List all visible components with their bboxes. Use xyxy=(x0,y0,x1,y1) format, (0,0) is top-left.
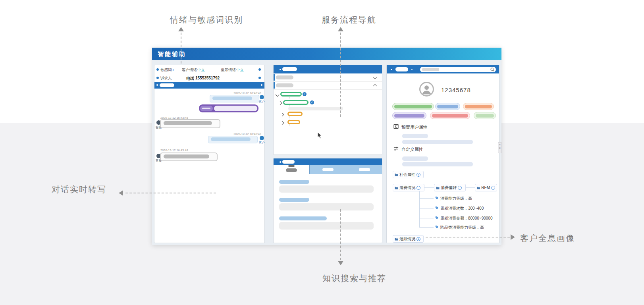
bullet-dot-icon xyxy=(391,69,392,70)
highlight-text-skeleton xyxy=(214,106,257,111)
customer-message-bubble[interactable] xyxy=(208,136,258,143)
chevron-down-icon[interactable] xyxy=(373,75,377,79)
flow-group-row[interactable] xyxy=(274,81,382,90)
collapse-minus-icon[interactable]: − xyxy=(458,186,462,190)
folder-icon xyxy=(436,186,440,189)
chevron-right-icon[interactable] xyxy=(280,113,284,117)
flow-group-row[interactable] xyxy=(274,73,382,82)
tag-label-icon xyxy=(435,216,439,220)
user-tag[interactable] xyxy=(463,103,494,110)
expand-plus-icon[interactable]: + xyxy=(416,237,420,241)
flow-node-done[interactable] xyxy=(283,100,309,105)
result-body-skeleton xyxy=(279,222,374,230)
timeline-dot-icon xyxy=(258,77,261,79)
highlight-tag xyxy=(200,106,213,111)
activity-node[interactable]: 活跃情况 + xyxy=(393,235,424,243)
activity-label: 活跃情况 xyxy=(399,236,415,242)
collapse-minus-icon[interactable]: − xyxy=(491,186,495,190)
chevron-up-icon[interactable] xyxy=(373,84,377,88)
flow-highlight-skeleton xyxy=(288,107,343,110)
tag-skeleton xyxy=(476,114,494,118)
result-body-skeleton xyxy=(279,203,374,210)
knowledge-tab[interactable] xyxy=(309,165,346,174)
rfm-label: RFM xyxy=(481,185,490,190)
search-icon[interactable] xyxy=(490,68,494,71)
user-tag[interactable] xyxy=(392,103,434,110)
page: 情绪与敏感词识别 服务流程导航 对话实时转写 知识搜索与推荐 客户全息画像 智能… xyxy=(0,0,644,305)
grip-icon xyxy=(499,147,501,150)
timeline-dot-icon xyxy=(156,84,158,86)
expand-plus-icon[interactable]: + xyxy=(416,173,420,177)
preference-label: 消费偏好 xyxy=(441,185,457,191)
transcript-panel: 敏感词 0 客户情绪 中立 坐席情绪 中立 诉求人 电话 15553551792 xyxy=(154,65,265,243)
user-tag[interactable] xyxy=(474,112,496,119)
result-title-skeleton[interactable] xyxy=(279,180,309,184)
user-tag[interactable] xyxy=(435,103,460,110)
leaf-consume-amount: 累积消费金额：80000~90000 xyxy=(440,216,492,221)
sliders-icon xyxy=(393,146,399,151)
timeline-dot-icon xyxy=(156,68,159,71)
chevron-down-icon[interactable] xyxy=(276,93,280,97)
rfm-node[interactable]: RFM − xyxy=(475,184,497,191)
user-id: 12345678 xyxy=(441,87,471,93)
timeline-dot-icon xyxy=(156,77,159,79)
consumption-node[interactable]: 消费情况 − xyxy=(393,184,424,191)
message-time: 2020-12-12 16:40:42 xyxy=(233,91,261,95)
flow-panel-header xyxy=(274,65,382,73)
chevron-right-icon[interactable] xyxy=(280,121,284,125)
tab-label-skeleton xyxy=(322,168,334,171)
agent-emotion-value: 中立 xyxy=(236,68,244,73)
timeline-dot-icon xyxy=(261,84,262,86)
chevron-right-icon[interactable] xyxy=(278,101,282,105)
grip-icon xyxy=(499,143,501,146)
result-title-skeleton[interactable] xyxy=(279,198,309,202)
knowledge-tab[interactable] xyxy=(346,165,382,174)
agent-emotion-label: 坐席情绪 xyxy=(221,68,236,73)
search-input[interactable] xyxy=(420,67,496,72)
highlighted-message[interactable] xyxy=(199,104,258,112)
preference-node[interactable]: 消费偏好 − xyxy=(434,184,466,191)
window-title: 智能辅助 xyxy=(158,50,186,58)
requester-label: 诉求人 xyxy=(160,76,172,81)
flow-node-pending[interactable] xyxy=(287,112,303,116)
tree-connector xyxy=(419,191,420,227)
agent-message-bubble[interactable] xyxy=(160,119,220,128)
mouse-cursor-icon xyxy=(317,132,322,139)
consumption-label: 消费情况 xyxy=(399,185,415,191)
tag-skeleton xyxy=(437,105,458,108)
callout-flow-line xyxy=(340,33,341,117)
tree-connector xyxy=(419,198,434,199)
tree-connector xyxy=(424,187,434,188)
result-body-skeleton xyxy=(279,185,374,193)
callout-transcript-label: 对话实时转写 xyxy=(52,184,106,195)
sensitive-words-label: 敏感词 xyxy=(160,68,172,73)
customer-avatar-label: 客户 xyxy=(259,100,265,104)
tag-skeleton xyxy=(394,105,432,108)
customer-avatar xyxy=(260,95,264,99)
agent-message-bubble[interactable] xyxy=(160,152,218,161)
flow-node-done[interactable] xyxy=(280,92,302,97)
message-text-skeleton xyxy=(212,97,252,100)
callout-emotion-label: 情绪与敏感词识别 xyxy=(170,14,243,25)
customer-avatar xyxy=(260,136,264,140)
folder-icon xyxy=(395,173,398,176)
user-tag[interactable] xyxy=(430,112,470,119)
message-text-skeleton xyxy=(164,121,212,125)
social-attr-node[interactable]: 社会属性 + xyxy=(393,171,424,178)
knowledge-panel-header xyxy=(274,158,382,165)
panel-collapse-handle[interactable] xyxy=(498,142,502,153)
row-accent-bar xyxy=(274,74,275,81)
customer-message-bubble[interactable] xyxy=(210,95,259,102)
customer-emotion-label: 客户情绪 xyxy=(182,68,197,73)
user-tag[interactable] xyxy=(392,112,426,119)
tag-skeleton xyxy=(465,105,492,108)
folder-icon xyxy=(395,237,398,241)
callout-transcript-line xyxy=(125,193,216,193)
flow-node-pending[interactable] xyxy=(287,120,300,124)
callout-emotion-line xyxy=(181,33,181,64)
collapse-minus-icon[interactable]: − xyxy=(416,186,420,190)
knowledge-tab-active[interactable] xyxy=(274,165,309,174)
callout-flow-label: 服务流程导航 xyxy=(322,14,376,25)
customer-emotion-value: 中立 xyxy=(197,68,205,73)
result-title-skeleton[interactable] xyxy=(279,216,327,220)
